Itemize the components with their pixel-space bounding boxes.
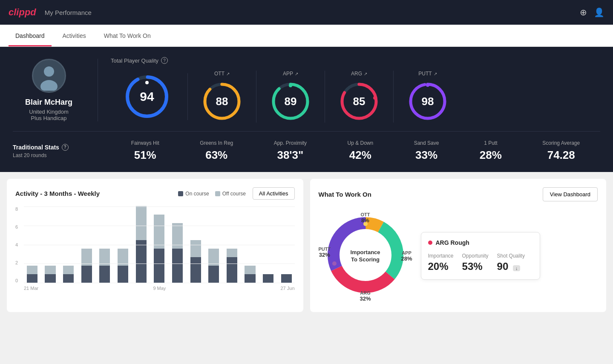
stat-greens: Greens In Reg 63% (200, 140, 233, 162)
bar-stack-6 (133, 206, 150, 283)
player-country: United Kingdom (29, 109, 69, 115)
bar-stack-1 (42, 266, 59, 283)
app-trend-icon: ↗ (295, 72, 298, 76)
nav-tabs: Dashboard Activities What To Work On (0, 25, 613, 47)
info-stat-opportunity: Opportunity 53% (462, 253, 489, 272)
app-seg-value: 28% (401, 255, 412, 262)
arg-segment-label: ARG 32% (360, 290, 371, 302)
bar-stack-7 (151, 215, 167, 283)
stat-oneputt-label: 1 Putt (480, 140, 502, 146)
bar-off-9 (190, 240, 201, 257)
putt-circle: PUTT ↗ 98 (394, 71, 462, 123)
stat-scoring-label: Scoring Average (542, 140, 580, 146)
bar-group-10 (205, 206, 222, 283)
header: clippd My Performance ⊕ 👤 (0, 0, 613, 25)
info-dot (428, 241, 432, 245)
tab-dashboard[interactable]: Dashboard (9, 25, 52, 46)
bar-on-1 (45, 274, 55, 283)
arg-seg-label-text: ARG (360, 290, 371, 295)
bar-on-14 (281, 274, 292, 283)
svg-point-5 (145, 81, 149, 84)
bar-stack-4 (97, 249, 113, 283)
info-stat-importance-label: Importance (428, 253, 454, 259)
bar-off-1 (45, 266, 55, 274)
putt-value: 98 (422, 95, 434, 108)
stat-updown-label: Up & Down (348, 140, 374, 146)
work-on-title: What To Work On (319, 191, 371, 198)
bar-stack-3 (78, 249, 95, 283)
bar-off-10 (208, 249, 219, 266)
stat-sandsave-label: Sand Save (414, 140, 439, 146)
stats-help-icon[interactable]: ? (62, 144, 69, 151)
putt-seg-value: 32% (319, 252, 331, 258)
main-circle-wrapper: 94 (124, 73, 170, 120)
bar-group-8 (169, 206, 186, 283)
view-dashboard-button[interactable]: View Dashboard (543, 187, 598, 201)
work-on-header: What To Work On View Dashboard (319, 187, 598, 201)
shotquality-badge: ↓ (513, 265, 521, 271)
bar-stack-13 (260, 274, 276, 283)
tab-what-to-work-on[interactable]: What To Work On (97, 25, 158, 46)
putt-circle-wrapper: 98 (406, 80, 449, 123)
tab-activities[interactable]: Activities (56, 25, 93, 46)
avatar-image (34, 61, 64, 91)
bar-on-5 (118, 266, 128, 283)
chart-legend: On course Off course (178, 191, 246, 197)
stat-fairways-label: Fairways Hit (131, 140, 159, 146)
info-card-title: ARG Rough (428, 239, 533, 246)
info-stats: Importance 20% Opportunity 53% Shot Qual… (428, 253, 533, 272)
main-quality-circle: 94 (111, 73, 188, 120)
info-card-title-text: ARG Rough (436, 239, 469, 246)
y-label-0: 0 (15, 278, 18, 283)
donut-line2: To Scoring (350, 257, 380, 263)
bar-off-11 (227, 249, 237, 257)
bar-on-3 (81, 266, 92, 283)
bar-on-12 (245, 274, 255, 283)
app-circle: APP ↗ 89 (256, 71, 325, 123)
arg-label-text: ARG (351, 71, 362, 77)
all-activities-button[interactable]: All Activities (253, 187, 295, 200)
svg-point-23 (394, 253, 399, 257)
stat-greens-label: Greens In Reg (200, 140, 233, 146)
y-label-6: 6 (15, 224, 18, 229)
stats-row: Traditional Stats ? Last 20 rounds Fairw… (13, 131, 600, 162)
bar-on-4 (99, 266, 110, 283)
donut-center-text: Importance To Scoring (350, 249, 380, 263)
stat-scoring-value: 74.28 (542, 149, 580, 162)
add-icon[interactable]: ⊕ (580, 7, 587, 17)
bar-group-3 (78, 206, 95, 283)
svg-point-24 (363, 284, 368, 288)
app-seg-label-text: APP (401, 250, 412, 255)
bar-group-0 (24, 206, 40, 283)
bar-group-12 (242, 206, 259, 283)
stat-fairways: Fairways Hit 51% (131, 140, 159, 162)
arg-value: 85 (353, 95, 365, 108)
quality-help-icon[interactable]: ? (161, 57, 168, 64)
bar-stack-5 (115, 249, 131, 283)
svg-point-1 (44, 66, 54, 77)
bar-stack-10 (205, 249, 222, 283)
hero-top: Blair McHarg United Kingdom Plus Handica… (13, 57, 600, 123)
info-stat-importance: Importance 20% (428, 253, 454, 272)
y-axis-labels: 0 2 4 6 8 (15, 206, 18, 283)
bar-off-7 (154, 215, 164, 249)
activity-card-header: Activity - 3 Months - Weekly On course O… (15, 187, 295, 200)
x-label-jun: 27 Jun (280, 286, 294, 291)
x-axis-labels: 21 Mar 9 May 27 Jun (24, 286, 295, 291)
bar-off-4 (99, 249, 110, 266)
ott-label: OTT ↗ (214, 71, 230, 77)
ott-seg-value: 8% (361, 217, 370, 224)
legend-off-course: Off course (215, 191, 246, 197)
donut-section: Importance To Scoring OTT 8% APP 28% ARG… (319, 208, 412, 304)
stats-title: Traditional Stats ? (13, 144, 85, 151)
bar-on-6 (136, 240, 147, 283)
stat-updown: Up & Down 42% (348, 140, 374, 162)
info-stat-shotquality-label: Shot Quality (497, 253, 525, 259)
work-on-content: Importance To Scoring OTT 8% APP 28% ARG… (319, 208, 598, 304)
bar-chart (24, 206, 295, 283)
putt-label-text: PUTT (418, 71, 432, 77)
stat-scoring: Scoring Average 74.28 (542, 140, 580, 162)
bar-stack-12 (242, 266, 259, 283)
ott-label-text: OTT (214, 71, 224, 77)
user-avatar-icon[interactable]: 👤 (594, 7, 604, 17)
